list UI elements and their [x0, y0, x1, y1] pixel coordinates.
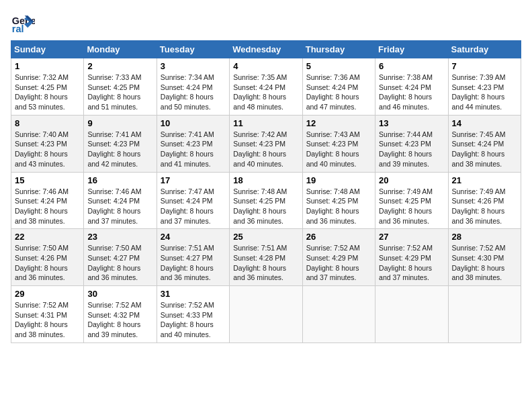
calendar-cell: 17 Sunrise: 7:47 AMSunset: 4:24 PMDaylig…: [157, 172, 229, 229]
day-number: 1: [15, 61, 80, 71]
page-header: Gene ral: [11, 11, 521, 35]
calendar-cell: [230, 286, 302, 343]
day-info: Sunrise: 7:33 AMSunset: 4:25 PMDaylight:…: [87, 73, 141, 111]
calendar-cell: 22 Sunrise: 7:50 AMSunset: 4:26 PMDaylig…: [11, 229, 84, 286]
day-info: Sunrise: 7:48 AMSunset: 4:25 PMDaylight:…: [233, 187, 287, 225]
logo: Gene ral: [11, 11, 38, 35]
day-info: Sunrise: 7:52 AMSunset: 4:30 PMDaylight:…: [452, 244, 506, 281]
day-info: Sunrise: 7:51 AMSunset: 4:27 PMDaylight:…: [161, 244, 214, 281]
day-number: 22: [15, 232, 80, 242]
day-info: Sunrise: 7:34 AMSunset: 4:24 PMDaylight:…: [161, 73, 214, 111]
day-info: Sunrise: 7:44 AMSunset: 4:23 PMDaylight:…: [379, 130, 433, 168]
weekday-header: Tuesday: [157, 41, 229, 58]
svg-text:ral: ral: [12, 24, 24, 34]
day-number: 24: [161, 232, 226, 242]
day-number: 2: [87, 61, 152, 71]
day-number: 21: [452, 175, 517, 185]
day-info: Sunrise: 7:52 AMSunset: 4:29 PMDaylight:…: [379, 244, 433, 281]
day-number: 9: [87, 118, 152, 128]
calendar-cell: 31 Sunrise: 7:52 AMSunset: 4:33 PMDaylig…: [157, 286, 229, 343]
calendar-cell: 23 Sunrise: 7:50 AMSunset: 4:27 PMDaylig…: [84, 229, 157, 286]
calendar-cell: 1 Sunrise: 7:32 AMSunset: 4:25 PMDayligh…: [11, 58, 84, 116]
day-info: Sunrise: 7:40 AMSunset: 4:23 PMDaylight:…: [15, 130, 69, 168]
day-info: Sunrise: 7:45 AMSunset: 4:24 PMDaylight:…: [452, 130, 506, 168]
calendar-cell: [375, 286, 448, 343]
calendar-cell: 16 Sunrise: 7:46 AMSunset: 4:24 PMDaylig…: [84, 172, 157, 229]
day-info: Sunrise: 7:50 AMSunset: 4:26 PMDaylight:…: [15, 244, 69, 281]
weekday-header: Saturday: [448, 41, 521, 58]
day-number: 11: [233, 118, 298, 128]
day-number: 3: [161, 61, 226, 71]
page-container: Gene ral SundayMondayTuesdayWednesdayThu…: [0, 0, 532, 411]
calendar-cell: 25 Sunrise: 7:51 AMSunset: 4:28 PMDaylig…: [230, 229, 302, 286]
day-number: 30: [87, 289, 152, 299]
day-number: 10: [161, 118, 226, 128]
day-number: 17: [161, 175, 226, 185]
calendar-cell: 15 Sunrise: 7:46 AMSunset: 4:24 PMDaylig…: [11, 172, 84, 229]
calendar-week-row: 1 Sunrise: 7:32 AMSunset: 4:25 PMDayligh…: [11, 58, 521, 116]
day-number: 28: [452, 232, 517, 242]
day-info: Sunrise: 7:49 AMSunset: 4:26 PMDaylight:…: [452, 187, 506, 225]
calendar-cell: 20 Sunrise: 7:49 AMSunset: 4:25 PMDaylig…: [375, 172, 448, 229]
weekday-header: Friday: [375, 41, 448, 58]
day-number: 6: [379, 61, 444, 71]
day-info: Sunrise: 7:46 AMSunset: 4:24 PMDaylight:…: [87, 187, 141, 225]
day-number: 19: [306, 175, 371, 185]
calendar-cell: 14 Sunrise: 7:45 AMSunset: 4:24 PMDaylig…: [448, 115, 521, 172]
calendar-cell: 21 Sunrise: 7:49 AMSunset: 4:26 PMDaylig…: [448, 172, 521, 229]
day-info: Sunrise: 7:48 AMSunset: 4:25 PMDaylight:…: [306, 187, 360, 225]
day-number: 5: [306, 61, 371, 71]
calendar-cell: 28 Sunrise: 7:52 AMSunset: 4:30 PMDaylig…: [448, 229, 521, 286]
day-number: 12: [306, 118, 371, 128]
weekday-header: Wednesday: [230, 41, 302, 58]
calendar-cell: 4 Sunrise: 7:35 AMSunset: 4:24 PMDayligh…: [230, 58, 302, 116]
day-number: 27: [379, 232, 444, 242]
day-info: Sunrise: 7:32 AMSunset: 4:25 PMDaylight:…: [15, 73, 69, 111]
day-info: Sunrise: 7:49 AMSunset: 4:25 PMDaylight:…: [379, 187, 433, 225]
day-info: Sunrise: 7:35 AMSunset: 4:24 PMDaylight:…: [233, 73, 287, 111]
day-info: Sunrise: 7:42 AMSunset: 4:23 PMDaylight:…: [233, 130, 287, 168]
weekday-header: Thursday: [302, 41, 375, 58]
day-number: 13: [379, 118, 444, 128]
weekday-header: Sunday: [11, 41, 84, 58]
day-info: Sunrise: 7:41 AMSunset: 4:23 PMDaylight:…: [87, 130, 141, 168]
day-info: Sunrise: 7:38 AMSunset: 4:24 PMDaylight:…: [379, 73, 433, 111]
calendar-cell: 6 Sunrise: 7:38 AMSunset: 4:24 PMDayligh…: [375, 58, 448, 116]
calendar-cell: 9 Sunrise: 7:41 AMSunset: 4:23 PMDayligh…: [84, 115, 157, 172]
calendar-week-row: 29 Sunrise: 7:52 AMSunset: 4:31 PMDaylig…: [11, 286, 521, 343]
day-number: 31: [161, 289, 226, 299]
day-number: 18: [233, 175, 298, 185]
day-info: Sunrise: 7:52 AMSunset: 4:32 PMDaylight:…: [87, 301, 141, 338]
day-number: 15: [15, 175, 80, 185]
calendar-week-row: 8 Sunrise: 7:40 AMSunset: 4:23 PMDayligh…: [11, 115, 521, 172]
day-number: 20: [379, 175, 444, 185]
calendar-cell: 5 Sunrise: 7:36 AMSunset: 4:24 PMDayligh…: [302, 58, 375, 116]
calendar-cell: 24 Sunrise: 7:51 AMSunset: 4:27 PMDaylig…: [157, 229, 229, 286]
day-number: 14: [452, 118, 517, 128]
calendar-cell: 13 Sunrise: 7:44 AMSunset: 4:23 PMDaylig…: [375, 115, 448, 172]
day-number: 23: [87, 232, 152, 242]
day-number: 8: [15, 118, 80, 128]
day-info: Sunrise: 7:52 AMSunset: 4:29 PMDaylight:…: [306, 244, 360, 281]
calendar-cell: 30 Sunrise: 7:52 AMSunset: 4:32 PMDaylig…: [84, 286, 157, 343]
day-info: Sunrise: 7:50 AMSunset: 4:27 PMDaylight:…: [87, 244, 141, 281]
calendar-cell: [448, 286, 521, 343]
calendar-header-row: SundayMondayTuesdayWednesdayThursdayFrid…: [11, 41, 521, 58]
calendar-cell: [302, 286, 375, 343]
day-info: Sunrise: 7:47 AMSunset: 4:24 PMDaylight:…: [161, 187, 214, 225]
calendar-cell: 3 Sunrise: 7:34 AMSunset: 4:24 PMDayligh…: [157, 58, 229, 116]
calendar-table: SundayMondayTuesdayWednesdayThursdayFrid…: [11, 40, 521, 343]
day-number: 16: [87, 175, 152, 185]
day-info: Sunrise: 7:52 AMSunset: 4:31 PMDaylight:…: [15, 301, 69, 338]
calendar-cell: 18 Sunrise: 7:48 AMSunset: 4:25 PMDaylig…: [230, 172, 302, 229]
calendar-cell: 19 Sunrise: 7:48 AMSunset: 4:25 PMDaylig…: [302, 172, 375, 229]
weekday-header: Monday: [84, 41, 157, 58]
calendar-week-row: 22 Sunrise: 7:50 AMSunset: 4:26 PMDaylig…: [11, 229, 521, 286]
day-number: 4: [233, 61, 298, 71]
day-info: Sunrise: 7:52 AMSunset: 4:33 PMDaylight:…: [161, 301, 214, 338]
day-number: 26: [306, 232, 371, 242]
day-number: 25: [233, 232, 298, 242]
day-info: Sunrise: 7:46 AMSunset: 4:24 PMDaylight:…: [15, 187, 69, 225]
day-info: Sunrise: 7:43 AMSunset: 4:23 PMDaylight:…: [306, 130, 360, 168]
day-info: Sunrise: 7:41 AMSunset: 4:23 PMDaylight:…: [161, 130, 214, 168]
